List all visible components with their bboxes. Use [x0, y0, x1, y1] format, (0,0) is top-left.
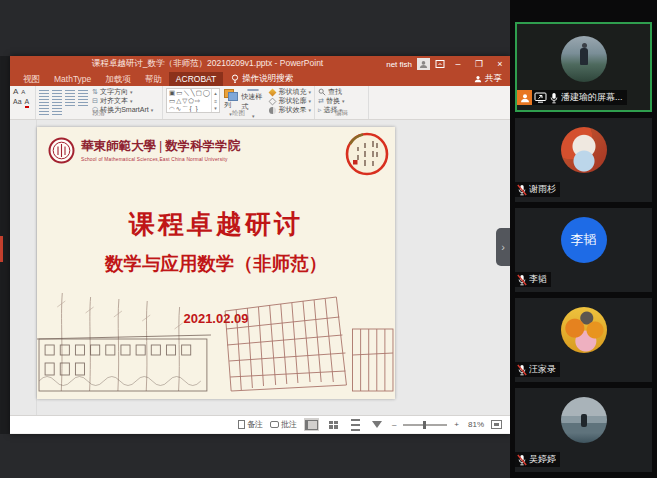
align-right-button[interactable] [65, 99, 75, 106]
participant-avatar [561, 127, 607, 173]
grow-font-button[interactable]: A [13, 88, 18, 96]
quick-styles-button[interactable]: 快速样式 ▾ [241, 88, 265, 110]
mic-muted-icon [517, 274, 527, 286]
participant-tile-screen-share[interactable]: 潘建瑜的屏幕... [515, 22, 652, 112]
slideshow-button[interactable] [370, 418, 385, 431]
account-name[interactable]: net fish [386, 60, 412, 69]
participant-tile[interactable]: 李韬 李韬 [515, 208, 652, 292]
align-text-button[interactable]: ⊟ 对齐文本 ▾ [92, 97, 153, 105]
shapes-scroll-up[interactable]: ▴ [214, 90, 217, 96]
zoom-slider[interactable] [403, 424, 447, 426]
zoom-level[interactable]: 81% [466, 420, 484, 429]
school-name-en: School of Mathematical Sciences,East Chi… [81, 157, 240, 162]
zoom-out-button[interactable]: – [392, 420, 396, 429]
tab-help[interactable]: 帮助 [138, 72, 169, 86]
shrink-font-button[interactable]: A [21, 88, 25, 96]
ribbon-display-options-icon[interactable] [435, 59, 445, 69]
paragraph-group: ⇅ 文字方向 ▾ ⊟ 对齐文本 ▾ ⬡ 转换为SmartArt ▾ [36, 86, 163, 119]
participant-name: 潘建瑜的屏幕... [561, 91, 623, 104]
shapes-more[interactable]: ≡ [214, 98, 217, 104]
background-window-sliver [0, 236, 3, 262]
close-button[interactable]: × [492, 56, 508, 72]
normal-view-button[interactable] [304, 418, 319, 431]
header-divider: | [156, 139, 165, 153]
align-center-button[interactable] [52, 99, 62, 106]
shape-outline-button[interactable]: 形状轮廓 ▾ [269, 97, 311, 105]
bullets-button[interactable] [39, 90, 49, 97]
notes-button[interactable]: 备注 [238, 419, 263, 430]
slide-subtitle: 数学与应用数学（非师范） [37, 251, 395, 276]
share-label: 共享 [485, 73, 502, 85]
font-group-fragment: A A Aa A [10, 86, 36, 119]
host-icon [517, 90, 532, 105]
participant-name: 吴婷婷 [529, 453, 556, 466]
meeting-participant-panel: 潘建瑜的屏幕... 谢雨杉 李韬 李韬 [510, 0, 657, 478]
restore-button[interactable]: ❐ [471, 56, 487, 72]
calligraphy-seal [344, 131, 390, 177]
participant-avatar: 李韬 [561, 217, 607, 263]
tell-me-search[interactable]: 操作说明搜索 [231, 73, 293, 85]
quick-styles-icon [247, 89, 259, 91]
replace-button[interactable]: ⇄ 替换 ▾ [318, 97, 365, 105]
text-direction-icon: ⇅ [92, 88, 98, 96]
align-left-button[interactable] [39, 99, 49, 106]
campus-sketch [37, 277, 395, 399]
increase-indent-button[interactable] [78, 90, 88, 97]
minimize-button[interactable]: – [450, 56, 466, 72]
participant-tile[interactable]: 汪家录 [515, 298, 652, 382]
comments-icon [270, 421, 279, 428]
reading-view-button[interactable] [348, 418, 363, 431]
participant-avatar [561, 36, 607, 82]
slide-canvas[interactable]: 華東師範大學|数学科学学院 School of Mathematical Sci… [37, 127, 395, 399]
avatar-initials: 李韬 [571, 231, 597, 249]
arrange-button[interactable]: 排列 ▾ [224, 88, 237, 110]
participant-tile[interactable]: 吴婷婷 [515, 388, 652, 472]
character-styles-button[interactable]: Aa [13, 98, 22, 108]
shape-outline-icon [269, 97, 277, 105]
ecnu-logo [48, 137, 75, 164]
shape-fill-icon [269, 88, 277, 96]
dropdown-caret: ▾ [308, 88, 311, 96]
fit-to-window-button[interactable] [491, 420, 502, 429]
participant-name: 汪家录 [529, 363, 556, 376]
powerpoint-window: 课程卓越研讨_数学（非师范）20210209v1.pptx - PowerPoi… [10, 56, 510, 434]
dropdown-caret: ▾ [130, 88, 133, 96]
account-avatar-icon[interactable] [417, 58, 430, 70]
dropdown-caret: ▾ [342, 97, 345, 105]
zoom-slider-thumb[interactable] [423, 421, 426, 429]
zoom-in-button[interactable]: + [454, 420, 459, 429]
dropdown-caret: ▾ [130, 97, 133, 105]
participant-name: 谢雨杉 [529, 183, 556, 196]
font-color-button[interactable]: A [25, 98, 30, 108]
tab-acrobat[interactable]: ACROBAT [169, 72, 223, 86]
decrease-indent-button[interactable] [65, 90, 75, 97]
shapes-row[interactable]: ▣▭＼╲▢◯ [169, 89, 211, 97]
tab-view[interactable]: 视图 [16, 72, 47, 86]
replace-icon: ⇄ [318, 97, 324, 105]
desktop: 课程卓越研讨_数学（非师范）20210209v1.pptx - PowerPoi… [0, 0, 657, 478]
department-name: 数学科学学院 [165, 139, 240, 153]
tab-addins[interactable]: 加载项 [98, 72, 138, 86]
person-silhouette [581, 414, 587, 427]
shapes-row[interactable]: ▭△▽⬠⇨ [169, 97, 211, 105]
justify-button[interactable] [78, 99, 88, 106]
search-label: 操作说明搜索 [242, 73, 293, 85]
search-icon [318, 88, 326, 96]
align-text-icon: ⊟ [92, 97, 98, 105]
share-button[interactable]: 共享 [474, 73, 502, 85]
person-silhouette [580, 48, 588, 65]
numbering-button[interactable] [52, 90, 62, 97]
paragraph-group-label: 段落 [36, 109, 162, 118]
participant-avatar [561, 397, 607, 443]
tab-mathtype[interactable]: MathType [47, 72, 98, 86]
shape-fill-button[interactable]: 形状填充 ▾ [269, 88, 311, 96]
person-icon [474, 75, 482, 83]
drawing-group: ▣▭＼╲▢◯ ▭△▽⬠⇨ ◠∿⌒{ } ▴ ≡ ▾ 排列 ▾ [163, 86, 315, 119]
text-direction-button[interactable]: ⇅ 文字方向 ▾ [92, 88, 153, 96]
lightbulb-icon [231, 74, 239, 84]
slide-sorter-view-button[interactable] [326, 418, 341, 431]
participant-tile[interactable]: 谢雨杉 [515, 118, 652, 202]
comments-button[interactable]: 批注 [270, 419, 297, 430]
find-button[interactable]: 查找 [318, 88, 365, 96]
video-panel-collapse-handle[interactable]: › [496, 228, 510, 266]
